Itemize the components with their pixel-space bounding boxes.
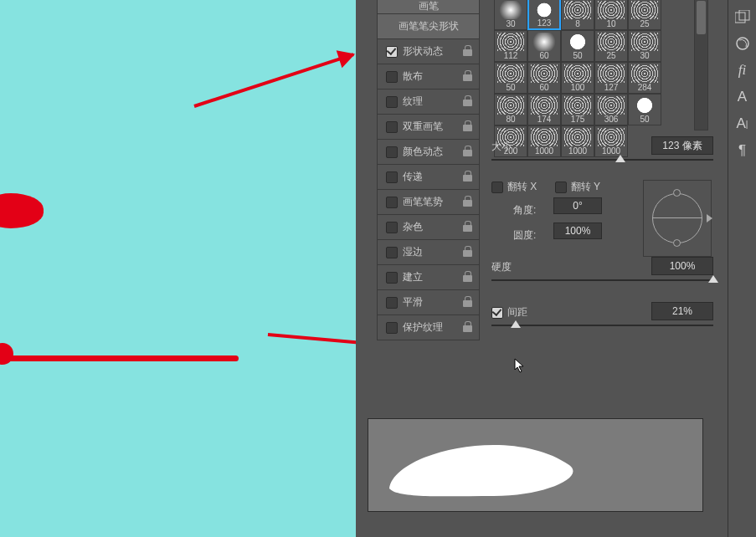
character-styles-icon[interactable]: A| — [733, 114, 753, 134]
option-label: 纹理 — [403, 95, 423, 107]
size-row: 大小 123 像素 — [491, 134, 713, 159]
lock-icon[interactable] — [463, 296, 472, 308]
brush-preset[interactable]: 80 — [494, 94, 527, 125]
brush-preset[interactable]: 306 — [594, 94, 628, 125]
lock-icon[interactable] — [463, 271, 472, 283]
checkbox-icon — [386, 272, 398, 284]
brush-preset[interactable]: 112 — [494, 30, 527, 62]
brush-preset[interactable]: 123 — [527, 0, 561, 30]
brush-preset[interactable]: 30 — [494, 0, 527, 30]
flip-x-checkbox[interactable]: 翻转 X — [491, 181, 537, 192]
preset-size: 8 — [562, 19, 594, 28]
paragraph-icon[interactable]: ¶ — [733, 141, 753, 161]
hardness-input[interactable]: 100% — [651, 257, 713, 275]
option-transfer[interactable]: 传递 — [377, 165, 480, 190]
lock-icon[interactable] — [463, 95, 472, 107]
option-shape_dyn[interactable]: 形状动态 — [377, 39, 480, 64]
brush-preset[interactable]: 25 — [628, 0, 661, 30]
checkbox-icon — [386, 222, 398, 233]
preset-size: 25 — [629, 19, 661, 28]
brush-tab[interactable]: 画笔 — [377, 0, 480, 14]
lock-icon[interactable] — [463, 196, 472, 207]
spacing-slider[interactable] — [491, 321, 713, 330]
checkbox-icon — [386, 96, 398, 108]
preset-size: 25 — [595, 51, 627, 60]
brush-preset[interactable]: 174 — [527, 94, 561, 125]
option-label: 散布 — [403, 70, 423, 82]
checkbox-icon — [386, 71, 398, 83]
flip-y-checkbox[interactable]: 翻转 Y — [555, 181, 600, 192]
checkbox-icon — [386, 46, 398, 58]
size-value-input[interactable]: 123 像素 — [651, 136, 713, 155]
option-label: 湿边 — [403, 246, 423, 258]
preset-size: 174 — [528, 115, 560, 124]
paint-stroke — [0, 355, 239, 361]
option-label: 颜色动态 — [403, 146, 443, 157]
brush-preset[interactable]: 50 — [494, 62, 527, 94]
option-noise[interactable]: 杂色 — [377, 215, 480, 240]
checkbox-icon — [386, 146, 398, 158]
preset-size: 284 — [629, 83, 661, 92]
preset-size: 30 — [495, 19, 527, 28]
option-scatter[interactable]: 散布 — [377, 64, 480, 90]
hardness-slider[interactable] — [491, 276, 713, 284]
spacing-input[interactable]: 21% — [651, 302, 713, 320]
paint-stroke — [0, 193, 44, 228]
option-pose[interactable]: 画笔笔势 — [377, 190, 480, 215]
roundness-input[interactable]: 100% — [553, 222, 602, 239]
paint-stroke — [0, 343, 13, 365]
lock-icon[interactable] — [463, 171, 472, 182]
brush-preset[interactable]: 10 — [594, 0, 628, 30]
option-protect[interactable]: 保护纹理 — [377, 315, 480, 340]
svg-rect-1 — [739, 10, 749, 20]
lock-icon[interactable] — [463, 70, 472, 82]
character-icon[interactable]: A — [733, 87, 753, 107]
preset-size: 112 — [495, 51, 527, 60]
scrollbar[interactable] — [694, 0, 708, 130]
styles-icon[interactable] — [733, 33, 753, 54]
checkbox-icon — [386, 121, 398, 133]
brush-preset[interactable]: 100 — [561, 62, 594, 94]
option-build[interactable]: 建立 — [377, 265, 480, 290]
lock-icon[interactable] — [463, 321, 472, 333]
lock-icon[interactable] — [463, 221, 472, 233]
brush-preset[interactable]: 50 — [628, 94, 661, 125]
brush-tip-shape-button[interactable]: 画笔笔尖形状 — [377, 14, 480, 39]
preset-size: 80 — [495, 115, 527, 124]
option-dual[interactable]: 双重画笔 — [377, 115, 480, 140]
option-label: 保护纹理 — [403, 321, 443, 333]
brush-preset[interactable]: 30 — [628, 30, 661, 62]
angle-input[interactable]: 0° — [553, 197, 602, 214]
lock-icon[interactable] — [463, 246, 472, 258]
spacing-row: 间距 21% — [491, 299, 713, 325]
lock-icon[interactable] — [463, 146, 472, 157]
brush-preset[interactable]: 175 — [561, 94, 594, 125]
option-label: 形状动态 — [403, 45, 443, 57]
brush-preset[interactable]: 50 — [561, 30, 594, 62]
preset-size: 306 — [595, 115, 627, 124]
checkbox-icon — [386, 297, 398, 309]
glyphs-icon[interactable]: fi — [733, 60, 753, 80]
preset-size: 50 — [562, 51, 594, 60]
svg-rect-0 — [735, 13, 745, 23]
canvas-area[interactable] — [0, 0, 356, 537]
brush-preset[interactable]: 60 — [527, 30, 561, 62]
swatches-icon[interactable] — [733, 7, 753, 27]
option-color_dyn[interactable]: 颜色动态 — [377, 140, 480, 165]
brush-preset[interactable]: 127 — [594, 62, 628, 94]
angle-roundness-wheel[interactable] — [643, 180, 712, 257]
brush-stroke-preview — [368, 418, 703, 512]
option-wet[interactable]: 湿边 — [377, 240, 480, 265]
brush-preset[interactable]: 8 — [561, 0, 594, 30]
lock-icon[interactable] — [463, 120, 472, 132]
brush-preset[interactable]: 25 — [594, 30, 628, 62]
preset-size: 10 — [595, 19, 627, 28]
option-smooth[interactable]: 平滑 — [377, 290, 480, 315]
brush-preset[interactable]: 284 — [628, 62, 661, 94]
brush-preset[interactable]: 60 — [527, 62, 561, 94]
option-label: 双重画笔 — [403, 120, 443, 132]
option-texture[interactable]: 纹理 — [377, 90, 480, 115]
lock-icon[interactable] — [463, 45, 472, 57]
checkbox-icon — [386, 171, 398, 183]
size-slider[interactable] — [491, 156, 713, 164]
